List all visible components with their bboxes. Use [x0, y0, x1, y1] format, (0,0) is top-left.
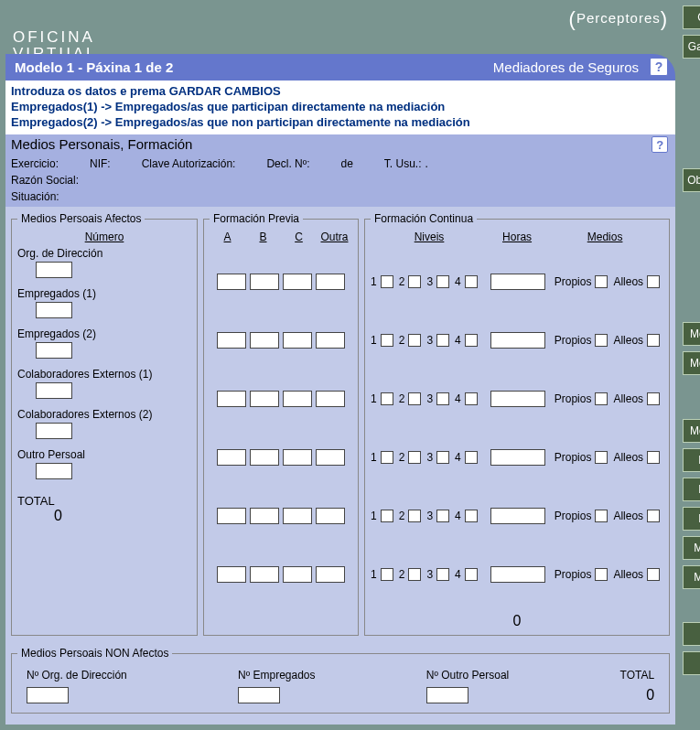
previa-outra-input[interactable]: [316, 566, 345, 583]
modelo-4-button[interactable]: Modelo 4: [683, 507, 700, 531]
previa-a-input[interactable]: [217, 566, 246, 583]
propios-checkbox[interactable]: [595, 275, 608, 288]
nivel-4-checkbox[interactable]: [465, 568, 478, 581]
nivel-1-checkbox[interactable]: [381, 510, 393, 522]
propios-checkbox[interactable]: [595, 334, 608, 347]
nivel-3-checkbox[interactable]: [436, 275, 449, 288]
previa-b-input[interactable]: [250, 449, 279, 466]
consultar-button[interactable]: Consultar: [683, 5, 700, 29]
alleos-checkbox[interactable]: [647, 451, 660, 464]
niveis-group: 1234: [371, 568, 481, 581]
na-outro-input[interactable]: [426, 687, 468, 703]
previa-c-input[interactable]: [283, 274, 312, 290]
nivel-2-checkbox[interactable]: [408, 275, 421, 288]
alleos-checkbox[interactable]: [647, 568, 660, 581]
alleos-checkbox[interactable]: [647, 275, 660, 288]
nivel-3-checkbox[interactable]: [436, 392, 449, 405]
total-horas-value: 0: [371, 613, 663, 629]
na-org-input[interactable]: [27, 687, 69, 703]
previa-outra-input[interactable]: [316, 449, 345, 466]
previa-b-input[interactable]: [250, 332, 279, 349]
previa-c-input[interactable]: [283, 449, 312, 466]
previa-a-input[interactable]: [217, 449, 246, 466]
nivel-2-checkbox[interactable]: [408, 392, 421, 405]
modelo-2-button[interactable]: Modelo 2: [683, 448, 700, 472]
nivel-label: 3: [426, 334, 433, 347]
modelo-3-button[interactable]: Modelo 3: [683, 478, 700, 501]
modelo-1-p2-button[interactable]: Modelo 1 P2: [683, 419, 700, 443]
alleos-checkbox[interactable]: [647, 334, 660, 347]
alleos-label: Alleos: [613, 451, 643, 464]
propios-checkbox[interactable]: [595, 451, 608, 464]
previa-a-input[interactable]: [217, 508, 246, 524]
nivel-3-checkbox[interactable]: [436, 451, 449, 464]
numero-input[interactable]: [36, 382, 72, 399]
nivel-3-checkbox[interactable]: [436, 510, 449, 522]
nivel-1-checkbox[interactable]: [381, 392, 393, 405]
numero-input[interactable]: [36, 463, 72, 479]
previa-b-input[interactable]: [250, 566, 279, 583]
nivel-2-checkbox[interactable]: [408, 568, 421, 581]
help-icon[interactable]: ?: [650, 58, 668, 76]
observacions-button[interactable]: Observacións: [683, 168, 700, 192]
numero-input[interactable]: [36, 423, 72, 439]
nivel-2-checkbox[interactable]: [408, 451, 421, 464]
modelo-0-p2-button[interactable]: Modelo 0 P2: [683, 351, 700, 375]
previa-a-input[interactable]: [217, 391, 246, 407]
numero-input[interactable]: [36, 342, 72, 359]
propios-checkbox[interactable]: [595, 510, 608, 522]
nivel-label: 2: [399, 510, 405, 522]
previa-b-input[interactable]: [250, 391, 279, 407]
previa-c-input[interactable]: [283, 391, 312, 407]
help-icon[interactable]: ?: [652, 136, 668, 153]
nivel-4-checkbox[interactable]: [465, 275, 478, 288]
previa-b-input[interactable]: [250, 508, 279, 524]
na-emp-input[interactable]: [238, 687, 280, 703]
previa-outra-input[interactable]: [316, 332, 345, 349]
alleos-checkbox[interactable]: [647, 510, 660, 522]
modelo-0-p1-button[interactable]: Modelo 0 P1: [683, 322, 700, 346]
menu-button[interactable]: Menú: [683, 651, 700, 675]
previa-outra-input[interactable]: [316, 391, 345, 407]
nivel-2-checkbox[interactable]: [408, 334, 421, 347]
previa-c-input[interactable]: [283, 508, 312, 524]
previa-outra-input[interactable]: [316, 508, 345, 524]
modelo-5-2-button[interactable]: Modelo 5.2: [683, 536, 700, 560]
nivel-1-checkbox[interactable]: [381, 451, 393, 464]
previa-outra-input[interactable]: [316, 274, 345, 290]
previa-a-input[interactable]: [217, 332, 246, 349]
nivel-2-checkbox[interactable]: [408, 510, 421, 522]
meta-exercicio: Exercicio:: [11, 157, 62, 170]
fieldset-non-afectos: Medios Persoais NON Afectos Nº Org. de D…: [11, 647, 670, 714]
gardar-datos-button[interactable]: Gardar Datos: [683, 35, 700, 59]
previa-c-input[interactable]: [283, 332, 312, 349]
nivel-1-checkbox[interactable]: [381, 334, 393, 347]
alleos-checkbox[interactable]: [647, 392, 660, 405]
propios-checkbox[interactable]: [595, 392, 608, 405]
nivel-3-checkbox[interactable]: [436, 568, 449, 581]
non-afectos-grid: Nº Org. de Dirección Nº Empregados Nº Ou…: [17, 665, 663, 707]
nivel-1-checkbox[interactable]: [381, 275, 393, 288]
previa-a-input[interactable]: [217, 274, 246, 290]
nivel-4-checkbox[interactable]: [465, 334, 478, 347]
legend-non-afectos: Medios Persoais NON Afectos: [17, 647, 172, 660]
horas-input[interactable]: [490, 449, 545, 466]
horas-input[interactable]: [490, 332, 545, 349]
nivel-3-checkbox[interactable]: [436, 334, 449, 347]
nivel-1-checkbox[interactable]: [381, 568, 393, 581]
nivel-4-checkbox[interactable]: [465, 510, 478, 522]
previa-c-input[interactable]: [283, 566, 312, 583]
previa-b-input[interactable]: [250, 274, 279, 290]
axuda-button[interactable]: Axuda: [683, 622, 700, 646]
numero-input[interactable]: [36, 302, 72, 318]
label: Colaboradores Externos (2): [17, 408, 191, 421]
horas-input[interactable]: [490, 508, 545, 524]
nivel-4-checkbox[interactable]: [465, 451, 478, 464]
numero-input[interactable]: [36, 262, 72, 278]
modelo-5-3-button[interactable]: Modelo 5.3: [683, 565, 700, 589]
horas-input[interactable]: [490, 566, 545, 583]
horas-input[interactable]: [490, 274, 545, 290]
horas-input[interactable]: [490, 391, 545, 407]
propios-checkbox[interactable]: [595, 568, 608, 581]
nivel-4-checkbox[interactable]: [465, 392, 478, 405]
